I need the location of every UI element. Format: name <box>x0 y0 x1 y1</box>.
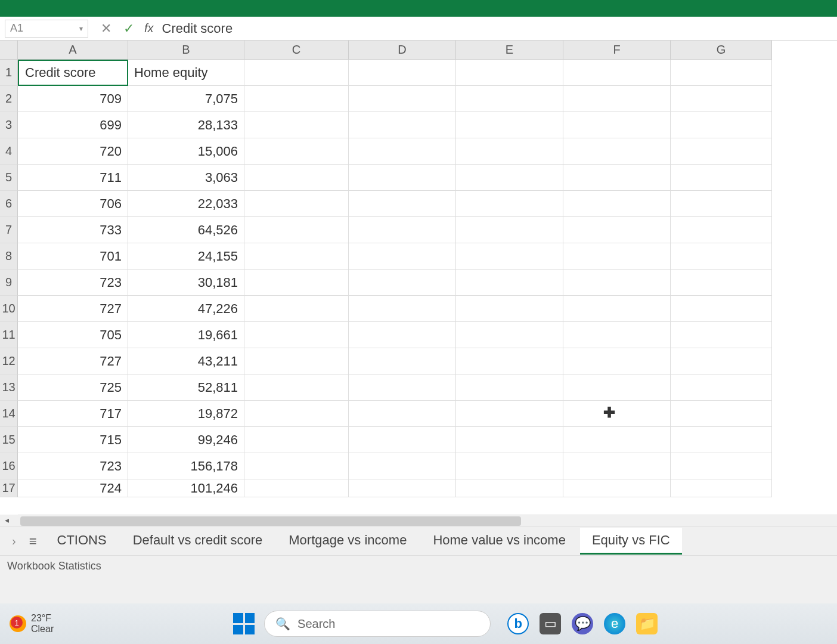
tab-nav-next-icon[interactable]: › <box>7 534 21 548</box>
cell-G10[interactable] <box>671 296 772 322</box>
cell-G5[interactable] <box>671 165 772 191</box>
cell-D12[interactable] <box>349 348 456 374</box>
row-header-8[interactable]: 8 <box>0 243 18 270</box>
cell-C2[interactable] <box>244 86 349 112</box>
cell-D10[interactable] <box>349 296 456 322</box>
cell-F8[interactable] <box>563 243 671 270</box>
cell-A13[interactable]: 725 <box>18 374 128 401</box>
cell-E6[interactable] <box>456 191 563 217</box>
cell-C9[interactable] <box>244 270 349 296</box>
fx-icon[interactable]: fx <box>144 21 154 35</box>
cell-D16[interactable] <box>349 453 456 479</box>
chat-icon[interactable]: 💬 <box>572 613 593 634</box>
cell-A1[interactable]: Credit score <box>18 60 128 86</box>
cell-G11[interactable] <box>671 322 772 348</box>
row-header-7[interactable]: 7 <box>0 217 18 243</box>
cell-D4[interactable] <box>349 138 456 165</box>
cell-C11[interactable] <box>244 322 349 348</box>
cell-F11[interactable] <box>563 322 671 348</box>
cell-E16[interactable] <box>456 453 563 479</box>
cell-A11[interactable]: 705 <box>18 322 128 348</box>
cell-D11[interactable] <box>349 322 456 348</box>
row-header-10[interactable]: 10 <box>0 296 18 322</box>
cell-G2[interactable] <box>671 86 772 112</box>
confirm-icon[interactable]: ✓ <box>120 21 137 36</box>
cell-B9[interactable]: 30,181 <box>128 270 244 296</box>
cell-B10[interactable]: 47,226 <box>128 296 244 322</box>
cells-area[interactable]: Credit scoreHome equity7097,07569928,133… <box>18 60 772 497</box>
column-header-C[interactable]: C <box>244 41 349 60</box>
tab-partial[interactable]: CTIONS <box>45 528 119 555</box>
cell-E11[interactable] <box>456 322 563 348</box>
cell-B6[interactable]: 22,033 <box>128 191 244 217</box>
cell-G17[interactable] <box>671 479 772 497</box>
cell-B8[interactable]: 24,155 <box>128 243 244 270</box>
cell-E4[interactable] <box>456 138 563 165</box>
row-header-14[interactable]: 14 <box>0 401 18 427</box>
cell-D5[interactable] <box>349 165 456 191</box>
cell-E7[interactable] <box>456 217 563 243</box>
row-header-13[interactable]: 13 <box>0 374 18 401</box>
cell-C10[interactable] <box>244 296 349 322</box>
cell-G4[interactable] <box>671 138 772 165</box>
row-header-2[interactable]: 2 <box>0 86 18 112</box>
cell-A7[interactable]: 733 <box>18 217 128 243</box>
cancel-icon[interactable]: ✕ <box>98 21 114 36</box>
file-explorer-icon[interactable]: 📁 <box>636 613 658 634</box>
cell-C14[interactable] <box>244 401 349 427</box>
cell-E8[interactable] <box>456 243 563 270</box>
row-header-1[interactable]: 1 <box>0 60 18 86</box>
cell-C6[interactable] <box>244 191 349 217</box>
cell-F4[interactable] <box>563 138 671 165</box>
cell-B17[interactable]: 101,246 <box>128 479 244 497</box>
cell-F15[interactable] <box>563 427 671 453</box>
tab-equity-vs-fico[interactable]: Equity vs FIC <box>580 528 682 555</box>
cell-D13[interactable] <box>349 374 456 401</box>
cell-A17[interactable]: 724 <box>18 479 128 497</box>
cell-E1[interactable] <box>456 60 563 86</box>
cell-B13[interactable]: 52,811 <box>128 374 244 401</box>
cell-D7[interactable] <box>349 217 456 243</box>
cell-G15[interactable] <box>671 427 772 453</box>
cell-G8[interactable] <box>671 243 772 270</box>
cell-E13[interactable] <box>456 374 563 401</box>
cell-G12[interactable] <box>671 348 772 374</box>
row-header-9[interactable]: 9 <box>0 270 18 296</box>
cell-E12[interactable] <box>456 348 563 374</box>
cell-C8[interactable] <box>244 243 349 270</box>
tab-mortgage-vs-income[interactable]: Mortgage vs income <box>277 528 418 555</box>
cell-G6[interactable] <box>671 191 772 217</box>
cell-E15[interactable] <box>456 427 563 453</box>
cell-A3[interactable]: 699 <box>18 112 128 138</box>
row-header-15[interactable]: 15 <box>0 427 18 453</box>
cell-F6[interactable] <box>563 191 671 217</box>
cell-F9[interactable] <box>563 270 671 296</box>
cell-F10[interactable] <box>563 296 671 322</box>
row-header-5[interactable]: 5 <box>0 165 18 191</box>
column-header-F[interactable]: F <box>563 41 671 60</box>
row-header-4[interactable]: 4 <box>0 138 18 165</box>
taskbar-search[interactable]: 🔍 Search <box>264 611 491 637</box>
tab-home-value-vs-income[interactable]: Home value vs income <box>421 528 578 555</box>
cell-C1[interactable] <box>244 60 349 86</box>
cell-E14[interactable] <box>456 401 563 427</box>
cell-B7[interactable]: 64,526 <box>128 217 244 243</box>
cell-A5[interactable]: 711 <box>18 165 128 191</box>
cell-G9[interactable] <box>671 270 772 296</box>
cell-C17[interactable] <box>244 479 349 497</box>
cell-C4[interactable] <box>244 138 349 165</box>
cell-D1[interactable] <box>349 60 456 86</box>
scroll-left-icon[interactable]: ◂ <box>5 515 9 525</box>
cell-B1[interactable]: Home equity <box>128 60 244 86</box>
cell-G13[interactable] <box>671 374 772 401</box>
scrollbar-thumb[interactable] <box>20 516 521 526</box>
cell-D8[interactable] <box>349 243 456 270</box>
cell-C5[interactable] <box>244 165 349 191</box>
column-header-G[interactable]: G <box>671 41 772 60</box>
row-header-6[interactable]: 6 <box>0 191 18 217</box>
row-header-16[interactable]: 16 <box>0 453 18 479</box>
workbook-statistics[interactable]: Workbook Statistics <box>7 560 101 572</box>
cell-B15[interactable]: 99,246 <box>128 427 244 453</box>
cell-C13[interactable] <box>244 374 349 401</box>
cell-A8[interactable]: 701 <box>18 243 128 270</box>
